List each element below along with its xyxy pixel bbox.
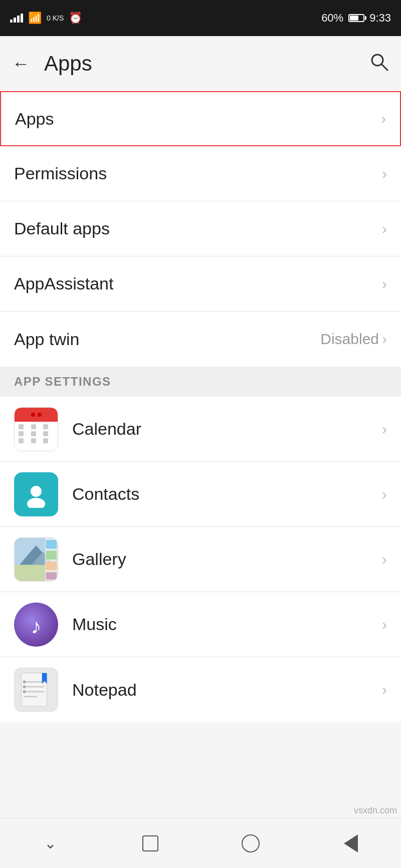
svg-point-3 <box>27 498 45 508</box>
app-item-calendar[interactable]: Calendar › <box>0 397 401 462</box>
menu-item-permissions[interactable]: Permissions › <box>0 146 401 201</box>
gallery-label: Gallery <box>72 549 126 569</box>
app-item-gallery-left: Gallery <box>14 537 126 582</box>
svg-point-22 <box>23 680 26 683</box>
menu-item-app-twin-left: App twin <box>14 330 79 349</box>
status-right: 60% 9:33 <box>321 12 391 25</box>
chevron-icon: › <box>382 681 387 698</box>
chevron-icon: › <box>382 331 387 348</box>
menu-item-apps[interactable]: Apps › <box>0 91 401 146</box>
chevron-icon: › <box>382 220 387 237</box>
svg-rect-10 <box>46 539 57 548</box>
chevron-down-icon: ⌄ <box>44 834 57 852</box>
back-triangle-icon <box>344 834 358 852</box>
time-display: 9:33 <box>369 12 391 25</box>
search-button[interactable] <box>369 52 389 76</box>
gallery-app-icon <box>14 537 58 582</box>
music-app-icon: ♪ <box>14 603 58 647</box>
chevron-icon: › <box>382 275 387 293</box>
svg-point-23 <box>23 685 26 688</box>
app-item-calendar-left: Calendar <box>14 407 141 451</box>
menu-item-default-apps-right: › <box>382 220 387 237</box>
app-item-notepad[interactable]: Notepad › <box>0 657 401 722</box>
chevron-icon: › <box>382 165 387 182</box>
menu-item-apps-label: Apps <box>15 109 54 129</box>
menu-item-apps-right: › <box>381 110 386 127</box>
data-speed: 0 K/S <box>47 14 64 22</box>
svg-rect-13 <box>46 572 57 580</box>
chevron-icon: › <box>382 486 387 503</box>
menu-item-app-twin[interactable]: App twin Disabled › <box>0 312 401 367</box>
notepad-app-icon <box>14 668 58 712</box>
navigation-bar: ⌄ <box>0 818 401 868</box>
menu-item-permissions-right: › <box>382 165 387 182</box>
battery-percent: 60% <box>321 12 343 25</box>
nav-home-button[interactable] <box>231 828 271 858</box>
menu-item-appassistant[interactable]: AppAssistant › <box>0 256 401 312</box>
menu-item-apps-left: Apps <box>15 109 54 129</box>
svg-text:♪: ♪ <box>31 615 42 638</box>
signal-icon <box>10 14 23 23</box>
menu-item-appassistant-label: AppAssistant <box>14 274 113 294</box>
status-left: 📶 0 K/S ⏰ <box>10 12 82 25</box>
notepad-label: Notepad <box>72 680 137 700</box>
page-title: Apps <box>44 52 92 76</box>
app-item-contacts[interactable]: Contacts › <box>0 462 401 527</box>
wifi-icon: 📶 <box>28 12 42 25</box>
contacts-label: Contacts <box>72 484 139 504</box>
back-button[interactable]: ← <box>12 53 30 74</box>
nav-down-button[interactable]: ⌄ <box>30 828 70 858</box>
watermark: vsxdn.com <box>354 805 397 816</box>
menu-section: Apps › Permissions › Default apps › AppA… <box>0 91 401 367</box>
svg-rect-11 <box>46 550 57 559</box>
chevron-icon: › <box>382 616 387 633</box>
menu-item-appassistant-right: › <box>382 275 387 293</box>
chevron-icon: › <box>382 551 387 568</box>
app-settings-section: Calendar › Contacts › <box>0 397 401 722</box>
svg-point-24 <box>23 690 26 693</box>
page-header: ← Apps <box>0 36 401 91</box>
menu-item-default-apps-label: Default apps <box>14 219 110 238</box>
alarm-icon: ⏰ <box>69 12 82 25</box>
menu-item-permissions-left: Permissions <box>14 164 107 183</box>
app-settings-section-header: APP SETTINGS <box>0 367 401 397</box>
calendar-label: Calendar <box>72 419 141 439</box>
app-twin-value: Disabled <box>320 331 379 348</box>
app-item-music[interactable]: ♪ Music › <box>0 592 401 657</box>
app-item-contacts-left: Contacts <box>14 472 139 516</box>
menu-item-default-apps-left: Default apps <box>14 219 110 238</box>
menu-item-app-twin-right: Disabled › <box>320 331 387 348</box>
svg-line-1 <box>381 64 387 70</box>
header-left: ← Apps <box>12 52 92 76</box>
circle-icon <box>242 834 260 852</box>
menu-item-default-apps[interactable]: Default apps › <box>0 201 401 256</box>
nav-recents-button[interactable] <box>130 828 170 858</box>
menu-item-app-twin-label: App twin <box>14 330 79 349</box>
calendar-app-icon <box>14 407 58 451</box>
menu-item-permissions-label: Permissions <box>14 164 107 183</box>
app-item-gallery[interactable]: Gallery › <box>0 527 401 592</box>
status-bar: 📶 0 K/S ⏰ 60% 9:33 <box>0 0 401 36</box>
app-item-music-left: ♪ Music <box>14 603 117 647</box>
nav-back-button[interactable] <box>331 828 371 858</box>
square-icon <box>142 835 158 851</box>
music-label: Music <box>72 615 117 634</box>
chevron-icon: › <box>382 421 387 438</box>
menu-item-appassistant-left: AppAssistant <box>14 274 113 294</box>
svg-point-2 <box>31 486 42 497</box>
app-item-notepad-left: Notepad <box>14 668 137 712</box>
chevron-icon: › <box>381 110 386 127</box>
battery-icon <box>348 14 364 22</box>
svg-rect-12 <box>46 561 57 570</box>
section-title: APP SETTINGS <box>14 375 111 389</box>
contacts-app-icon <box>14 472 58 516</box>
